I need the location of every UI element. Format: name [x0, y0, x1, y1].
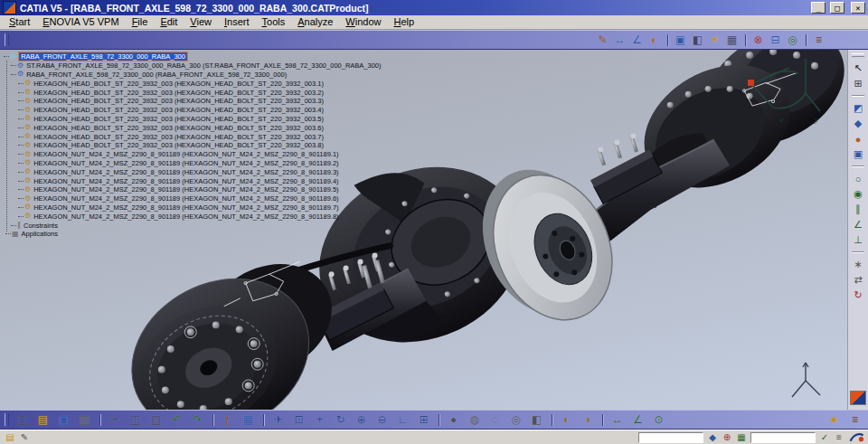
tree-item-label[interactable]: HEXAGON_HEAD_BOLT_ST_220_3932_003 (HEXAG… [33, 115, 325, 123]
part-icon[interactable]: ⚙ [17, 71, 24, 78]
part-icon[interactable]: ⚙ [24, 98, 31, 105]
pencil-icon[interactable]: ✎ [595, 33, 610, 48]
tree-item-label[interactable]: HEXAGON_HEAD_BOLT_ST_220_3932_003 (HEXAG… [33, 97, 325, 105]
tree-item[interactable]: ⚙ RABA_FRONT_AXLE_598_72_3300_000_RABA_3… [4, 52, 382, 61]
catia-app-icon[interactable] [3, 1, 16, 14]
custom-view-icon[interactable]: ◧ [527, 412, 546, 428]
fly-mode-icon[interactable]: ✈ [269, 412, 288, 428]
check-status-icon[interactable]: ✓ [818, 431, 831, 443]
tree-item-label[interactable]: HEXAGON_HEAD_BOLT_ST_220_3932_003 (HEXAG… [33, 141, 325, 149]
menu-item[interactable]: Start [3, 15, 36, 29]
tree-item[interactable]: ∥ Constraints [11, 221, 382, 230]
fit-all-icon[interactable]: ⊡ [289, 412, 308, 428]
tree-item-label[interactable]: HEXAGON_NUT_M24_2_MSZ_2290_8_901189 (HEX… [33, 194, 339, 203]
3d-viewport[interactable]: x z y w ⚙ [0, 50, 847, 410]
measure-item-icon[interactable]: ∠ [628, 412, 647, 428]
wireframe-icon[interactable]: ◌ [486, 412, 505, 428]
lighting-icon[interactable]: ☀ [707, 33, 722, 48]
paste-icon[interactable]: ▨ [146, 412, 165, 428]
tree-item-label[interactable]: HEXAGON_NUT_M24_2_MSZ_2290_8_901189 (HEX… [33, 213, 339, 221]
minimize-button[interactable]: _ [811, 2, 826, 14]
tree-item[interactable]: ⚙ HEXAGON_NUT_M24_2_MSZ_2290_8_901189 (H… [18, 150, 382, 159]
tree-item[interactable]: ⚙ HEXAGON_NUT_M24_2_MSZ_2290_8_901189 (H… [18, 203, 382, 213]
toolbar-grip[interactable] [5, 413, 9, 426]
title-bar[interactable]: CATIA V5 - [RABA_FRONT_AXLE_598_72_3300_… [0, 0, 868, 15]
tree-item[interactable]: ⚙ HEXAGON_NUT_M24_2_MSZ_2290_8_901189 (H… [18, 167, 382, 176]
rectangle-select-icon[interactable]: ⊞ [850, 76, 866, 91]
part-icon[interactable]: ⚙ [24, 80, 31, 87]
part-icon[interactable]: ⚙ [17, 62, 24, 70]
tree-item[interactable]: ⚙ HEXAGON_NUT_M24_2_MSZ_2290_8_901189 (H… [18, 194, 382, 203]
part-icon[interactable]: ⚙ [24, 177, 31, 184]
new-document-icon[interactable]: ▢ [13, 412, 32, 428]
shaded-edges-icon[interactable]: ◍ [465, 412, 484, 428]
menu-item[interactable]: Edit [154, 15, 184, 29]
offset-constraint-icon[interactable]: ∥ [850, 202, 866, 217]
cut-icon[interactable]: ✂ [105, 412, 124, 428]
tree-item[interactable]: ⚙ HEXAGON_HEAD_BOLT_ST_220_3932_003 (HEX… [18, 106, 382, 115]
multi-view-icon[interactable]: ⊞ [414, 412, 433, 428]
compass[interactable]: x z y w [739, 53, 822, 140]
swap-visible-icon[interactable]: ◑ [578, 412, 597, 428]
apply-material-icon[interactable]: ◐ [646, 33, 662, 48]
tree-item-label[interactable]: RABA_FRONT_AXLE_598_72_3300_000 (RABA_FR… [25, 71, 288, 79]
part-icon[interactable]: ⚙ [24, 195, 31, 203]
part-icon[interactable]: ⚙ [24, 124, 31, 131]
undo-icon[interactable]: ↶ [167, 412, 186, 428]
tree-item-label[interactable]: RABA_FRONT_AXLE_598_72_3300_000_RABA_300 [18, 52, 188, 61]
part-icon[interactable]: ⚙ [24, 151, 31, 158]
tree-item[interactable]: ▦ Applications [5, 230, 382, 239]
part-icon[interactable]: ⚙ [24, 213, 31, 220]
catalog-browser-icon[interactable]: ≡ [811, 33, 826, 48]
redo-icon[interactable]: ↷ [188, 412, 207, 428]
tree-item[interactable]: ⚙ HEXAGON_NUT_M24_2_MSZ_2290_8_901189 (H… [18, 212, 382, 221]
part-icon[interactable]: ⚙ [24, 133, 31, 140]
tree-item[interactable]: ⚙ HEXAGON_HEAD_BOLT_ST_220_3932_003 (HEX… [18, 88, 382, 97]
select-arrow-icon[interactable]: ↖ [850, 61, 866, 76]
part-icon[interactable]: ⚙ [24, 159, 31, 166]
manipulate-icon[interactable]: ∗ [850, 257, 866, 272]
tree-item-label[interactable]: HEXAGON_NUT_M24_2_MSZ_2290_8_901189 (HEX… [33, 185, 339, 194]
maximize-button[interactable]: □ [830, 2, 844, 14]
close-button[interactable]: × [851, 2, 865, 14]
part-icon[interactable]: ∥ [17, 222, 21, 229]
menu-item[interactable]: File [126, 15, 155, 29]
fix-constraint-icon[interactable]: ⊥ [850, 232, 866, 248]
tree-item-label[interactable]: HEXAGON_NUT_M24_2_MSZ_2290_8_901189 (HEX… [33, 203, 339, 212]
tree-item[interactable]: ⚙ HEXAGON_HEAD_BOLT_ST_220_3932_003 (HEX… [18, 123, 382, 132]
part-icon[interactable]: ⚙ [24, 107, 31, 114]
catalog-icon[interactable]: ≡ [845, 412, 864, 428]
measure-between-icon[interactable]: ↔ [608, 412, 627, 428]
part-icon[interactable]: ⚙ [24, 142, 31, 149]
part-icon[interactable]: ⚙ [24, 89, 31, 96]
tree-item[interactable]: ⚙ HEXAGON_HEAD_BOLT_ST_220_3932_003 (HEX… [18, 97, 382, 106]
add-status-icon[interactable]: ⊕ [721, 431, 733, 443]
tree-item[interactable]: ⚙ HEXAGON_NUT_M24_2_MSZ_2290_8_901189 (H… [18, 176, 382, 185]
document-status-icon[interactable]: ▤ [4, 431, 16, 443]
formula-icon[interactable]: ƒ [218, 412, 237, 428]
tree-item-label[interactable]: Applications [21, 230, 59, 238]
compass-snap-icon[interactable]: ◎ [785, 33, 800, 48]
tree-item[interactable]: ⚙ HEXAGON_NUT_M24_2_MSZ_2290_8_901189 (H… [18, 185, 382, 194]
pan-icon[interactable]: + [310, 412, 329, 428]
menu-item[interactable]: Help [388, 15, 421, 29]
contact-constraint-icon[interactable]: ◉ [850, 186, 866, 202]
inertia-icon[interactable]: ⊙ [649, 412, 668, 428]
toolbar-grip[interactable] [852, 53, 864, 57]
tree-item-label[interactable]: HEXAGON_HEAD_BOLT_ST_220_3932_003 (HEXAG… [33, 80, 325, 88]
angle-constraint-icon[interactable]: ∠ [850, 217, 866, 232]
menu-item[interactable]: ENOVIA V5 VPM [36, 15, 125, 29]
tree-item[interactable]: ⚙ RABA_FRONT_AXLE_598_72_3300_000 (RABA_… [11, 71, 382, 80]
tree-item-label[interactable]: HEXAGON_NUT_M24_2_MSZ_2290_8_901189 (HEX… [33, 150, 339, 158]
tree-item-label[interactable]: HEXAGON_NUT_M24_2_MSZ_2290_8_901189 (HEX… [33, 159, 339, 167]
prompt-field[interactable] [638, 432, 703, 443]
hide-show-icon[interactable]: ◐ [557, 412, 576, 428]
hidden-line-icon[interactable]: ◎ [506, 412, 525, 428]
angle-measure-icon[interactable]: ∠ [629, 33, 645, 48]
tree-item-label[interactable]: HEXAGON_NUT_M24_2_MSZ_2290_8_901189 (HEX… [33, 168, 339, 176]
camera-icon[interactable]: ▣ [673, 33, 688, 48]
toolbar-grip[interactable] [5, 33, 9, 46]
ruler-icon[interactable]: ↔ [612, 33, 627, 48]
copy-icon[interactable]: ◫ [126, 412, 145, 428]
design-table-icon[interactable]: ▦ [239, 412, 258, 428]
